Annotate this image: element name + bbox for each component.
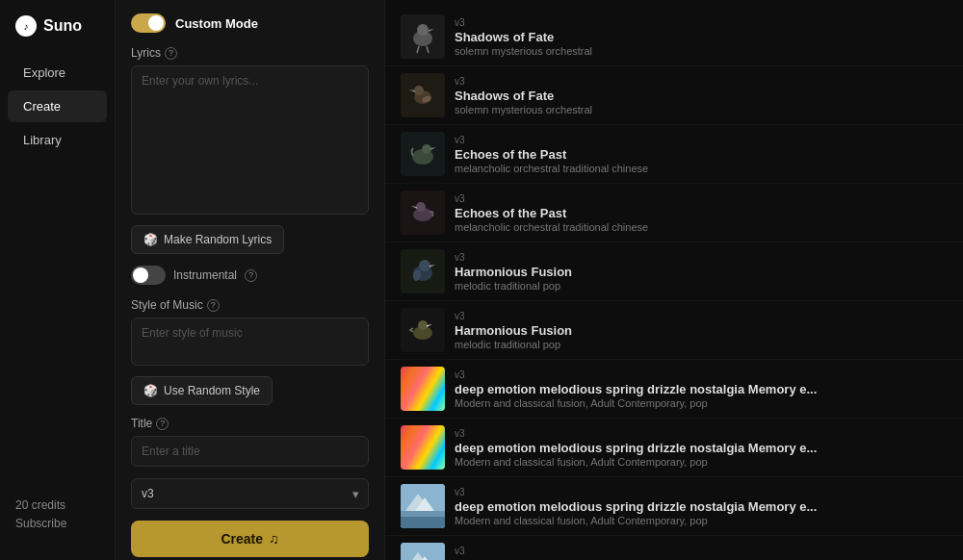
subscribe-label[interactable]: Subscribe (15, 517, 99, 530)
instrumental-row: Instrumental ? (131, 266, 369, 285)
song-list: v3Shadows of Fatesolemn mysterious orche… (385, 0, 963, 560)
title-help-icon[interactable]: ? (156, 418, 169, 430)
song-tags: melancholic orchestral traditional chine… (455, 163, 948, 174)
song-title: Shadows of Fate (455, 89, 948, 103)
song-tags: Modern and classical fusion, Adult Conte… (455, 515, 948, 526)
style-textarea[interactable] (131, 318, 369, 366)
list-item[interactable]: v3Harmonious Fusionmelodic traditional p… (385, 301, 963, 360)
song-thumbnail (401, 132, 445, 176)
song-thumbnail (401, 425, 445, 470)
sidebar-bottom: 20 credits Subscribe (0, 489, 115, 545)
song-title: Echoes of the Past (455, 147, 948, 162)
song-title: deep emotion melodious spring drizzle no… (455, 499, 948, 514)
instrumental-help-icon[interactable]: ? (245, 269, 257, 282)
custom-mode-row: Custom Mode (131, 13, 369, 33)
title-label: Title ? (131, 417, 369, 430)
create-button[interactable]: Create ♫ (131, 521, 369, 557)
song-version: v3 (455, 17, 948, 28)
song-tags: melodic traditional pop (455, 339, 948, 350)
custom-mode-toggle[interactable] (131, 13, 166, 33)
song-version: v3 (455, 193, 948, 204)
list-item[interactable]: v3Shadows of Fatesolemn mysterious orche… (385, 8, 963, 66)
song-thumbnail (401, 14, 445, 59)
dice-icon: 🎲 (143, 233, 158, 246)
song-version: v3 (455, 369, 948, 380)
song-thumbnail (401, 484, 445, 528)
svg-point-6 (414, 86, 424, 95)
list-item[interactable]: v3deep emotion melodious spring drizzle … (385, 419, 963, 477)
style-section: Style of Music ? 🎲 Use Random Style (131, 298, 369, 405)
song-tags: solemn mysterious orchestral (455, 45, 948, 57)
logo-text: Suno (43, 17, 82, 35)
sidebar: ♪ Suno Explore Create Library 20 credits… (0, 0, 116, 560)
create-panel: Custom Mode Lyrics ? 🎲 Make Random Lyric… (116, 0, 385, 560)
svg-rect-24 (401, 517, 445, 528)
svg-point-1 (417, 24, 429, 36)
svg-rect-27 (401, 543, 445, 560)
logo: ♪ Suno (0, 15, 115, 56)
list-item[interactable]: v3Echoes of the Pastmelancholic orchestr… (385, 125, 963, 184)
list-item[interactable]: v3deep emotion melodious spring drizzle … (385, 536, 963, 560)
version-select[interactable]: v3 v2 v1 (131, 478, 369, 509)
song-thumbnail (401, 367, 445, 411)
song-title: deep emotion melodious spring drizzle no… (455, 441, 948, 455)
list-item[interactable]: v3Echoes of the Pastmelancholic orchestr… (385, 184, 963, 242)
song-title: Harmonious Fusion (455, 323, 948, 338)
song-thumbnail (401, 191, 445, 235)
svg-marker-11 (430, 147, 436, 150)
song-tags: solemn mysterious orchestral (455, 104, 948, 115)
logo-icon: ♪ (15, 15, 37, 37)
song-title: deep emotion melodious spring drizzle no… (455, 382, 948, 396)
list-item[interactable]: v3deep emotion melodious spring drizzle … (385, 360, 963, 419)
song-version: v3 (455, 135, 948, 145)
title-section: Title ? (131, 417, 369, 467)
svg-point-20 (418, 320, 428, 330)
lyrics-label: Lyrics ? (131, 46, 369, 60)
song-tags: Modern and classical fusion, Adult Conte… (455, 456, 948, 468)
svg-line-4 (427, 46, 429, 53)
song-version: v3 (455, 76, 948, 87)
instrumental-toggle[interactable] (131, 266, 166, 285)
sidebar-item-explore[interactable]: Explore (8, 57, 107, 89)
svg-line-3 (417, 46, 419, 53)
song-tags: Modern and classical fusion, Adult Conte… (455, 397, 948, 409)
song-tags: melodic traditional pop (455, 280, 948, 292)
sidebar-item-library[interactable]: Library (8, 124, 107, 156)
svg-point-13 (416, 202, 426, 212)
sidebar-item-create[interactable]: Create (8, 90, 107, 122)
title-input[interactable] (131, 436, 369, 467)
use-random-style-button[interactable]: 🎲 Use Random Style (131, 376, 273, 405)
song-thumbnail (401, 249, 445, 293)
song-version: v3 (455, 311, 948, 321)
song-version: v3 (455, 546, 948, 556)
song-tags: melancholic orchestral traditional chine… (455, 221, 948, 233)
song-version: v3 (455, 487, 948, 497)
song-thumbnail (401, 308, 445, 352)
create-music-icon: ♫ (269, 531, 279, 547)
lyrics-textarea[interactable] (131, 65, 369, 215)
svg-marker-2 (429, 29, 434, 32)
style-help-icon[interactable]: ? (207, 299, 220, 312)
random-style-icon: 🎲 (143, 384, 158, 397)
song-title: Shadows of Fate (455, 30, 948, 44)
list-item[interactable]: v3Harmonious Fusionmelodic traditional p… (385, 242, 963, 301)
make-random-lyrics-button[interactable]: 🎲 Make Random Lyrics (131, 225, 284, 254)
svg-point-10 (422, 144, 431, 154)
song-version: v3 (455, 252, 948, 263)
song-title: Echoes of the Past (455, 206, 948, 220)
credits-label: 20 credits (15, 498, 99, 512)
song-thumbnail (401, 543, 445, 560)
lyrics-help-icon[interactable]: ? (165, 47, 177, 60)
instrumental-label: Instrumental ? (173, 268, 257, 282)
song-thumbnail (401, 73, 445, 117)
style-label: Style of Music ? (131, 298, 369, 312)
song-version: v3 (455, 428, 948, 439)
version-select-wrapper: v3 v2 v1 (131, 478, 369, 509)
custom-mode-label: Custom Mode (175, 16, 258, 31)
list-item[interactable]: v3deep emotion melodious spring drizzle … (385, 477, 963, 536)
song-title: Harmonious Fusion (455, 265, 948, 279)
svg-point-16 (419, 260, 430, 271)
list-item[interactable]: v3Shadows of Fatesolemn mysterious orche… (385, 66, 963, 125)
